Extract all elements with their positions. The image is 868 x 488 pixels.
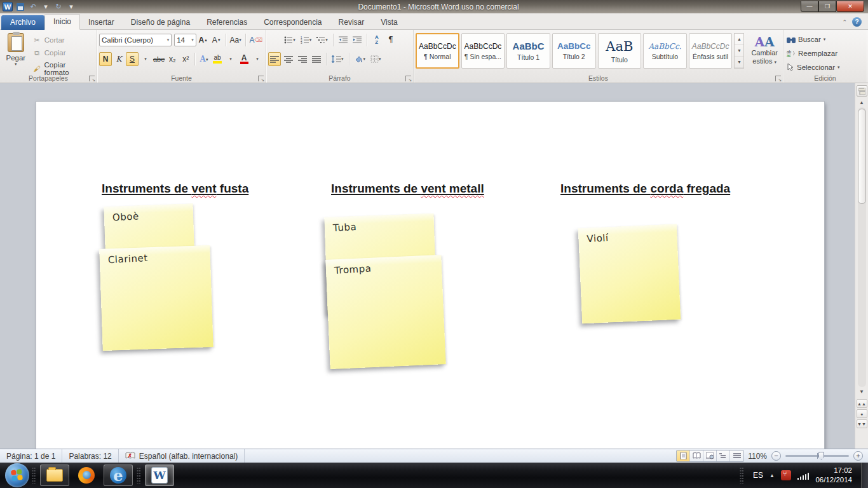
shading-button[interactable]: ▾	[353, 52, 368, 66]
minimize-button[interactable]: —	[801, 1, 818, 12]
previous-page-button[interactable]: ▲▲	[857, 399, 867, 408]
style-sin-espaciado[interactable]: AaBbCcDc¶ Sin espa...	[461, 33, 505, 69]
scrollbar-thumb[interactable]	[858, 109, 866, 204]
zoom-out-button[interactable]: −	[771, 451, 781, 461]
scroll-up-arrow[interactable]: ▲	[857, 98, 867, 107]
power-plug-icon[interactable]	[781, 470, 791, 480]
next-page-button[interactable]: ▼▼	[857, 419, 867, 428]
taskbar-firefox-button[interactable]	[72, 464, 101, 486]
language-indicator[interactable]: ES	[753, 471, 763, 480]
taskbar-explorer-button[interactable]	[40, 464, 69, 486]
tab-diseno[interactable]: Diseño de página	[123, 15, 198, 30]
view-fullscreen-reading[interactable]	[690, 451, 703, 461]
shrink-font-button[interactable]: A▼	[210, 33, 223, 47]
italic-button[interactable]: K	[112, 52, 125, 66]
heading-vent-fusta[interactable]: Instruments de vent fusta	[102, 182, 248, 196]
strikethrough-button[interactable]: abe	[153, 52, 165, 66]
font-color-dropdown[interactable]: ▾	[251, 52, 264, 66]
page-indicator[interactable]: Página: 1 de 1	[0, 449, 62, 463]
tab-archivo[interactable]: Archivo	[1, 15, 44, 30]
align-center-button[interactable]	[282, 52, 295, 66]
show-desktop-button[interactable]	[861, 463, 868, 488]
vertical-scrollbar[interactable]: ▲ ▼ ▲▲ ● ▼▼	[855, 83, 868, 449]
style-normal[interactable]: AaBbCcDc¶ Normal	[416, 33, 459, 69]
tab-referencias[interactable]: Referencias	[198, 15, 255, 30]
undo-dropdown[interactable]: ▾	[41, 2, 51, 11]
style-enfasis-sutil[interactable]: AaBbCcDcÉnfasis sutil	[689, 33, 733, 69]
qat-customize-button[interactable]: ▾	[66, 2, 76, 11]
ruler-toggle-button[interactable]	[857, 85, 867, 97]
undo-button[interactable]: ↶	[28, 2, 38, 11]
font-family-combo[interactable]: Calibri (Cuerpo)▾	[99, 34, 172, 46]
view-outline[interactable]	[717, 451, 730, 461]
clipboard-dialog-launcher[interactable]	[89, 76, 95, 81]
copy-button[interactable]: ⧉Copiar	[30, 47, 95, 58]
borders-button[interactable]: ▾	[369, 52, 383, 66]
tray-expand-icon[interactable]: ▲	[770, 473, 775, 478]
font-size-combo[interactable]: 14▾	[174, 34, 196, 46]
styles-gallery-scroll[interactable]: ▲▼▼	[734, 33, 744, 69]
paragraph-dialog-launcher[interactable]	[405, 76, 411, 81]
decrease-indent-button[interactable]	[337, 33, 349, 47]
view-web-layout[interactable]	[703, 451, 717, 461]
highlight-button[interactable]: ab	[211, 52, 224, 66]
find-button[interactable]: Buscar▾	[785, 33, 865, 46]
line-spacing-button[interactable]: ▾	[330, 52, 346, 66]
scrollbar-track[interactable]	[858, 107, 866, 387]
style-titulo[interactable]: AaBTítulo	[598, 33, 642, 69]
select-button[interactable]: Seleccionar▾	[785, 61, 865, 74]
bullets-button[interactable]: ▾	[282, 33, 297, 47]
tab-revisar[interactable]: Revisar	[330, 15, 373, 30]
show-marks-button[interactable]: ¶	[384, 33, 397, 47]
change-styles-button[interactable]: AA Cambiar estilos ▾	[748, 33, 781, 72]
style-subtitulo[interactable]: AaBbCc.Subtítulo	[643, 33, 687, 69]
heading-vent-metall[interactable]: Instruments de vent metall	[331, 182, 484, 196]
clear-formatting-button[interactable]: A⌫	[248, 33, 264, 47]
network-signal-icon[interactable]	[797, 471, 810, 480]
bold-button[interactable]: N	[99, 52, 112, 66]
underline-button[interactable]: S	[126, 52, 139, 66]
grow-font-button[interactable]: A▲	[197, 33, 210, 47]
close-button[interactable]: ✕	[836, 1, 864, 12]
paste-button[interactable]: Pegar ▾	[2, 32, 30, 71]
document-area[interactable]: Instruments de vent fusta Instruments de…	[0, 83, 855, 449]
align-left-button[interactable]	[268, 52, 281, 66]
tab-inicio[interactable]: Inicio	[44, 14, 80, 30]
tab-insertar[interactable]: Insertar	[80, 15, 123, 30]
tab-correspondencia[interactable]: Correspondencia	[255, 15, 330, 30]
help-icon[interactable]: ?	[852, 17, 862, 27]
align-right-button[interactable]	[296, 52, 309, 66]
style-titulo2[interactable]: AaBbCcTítulo 2	[552, 33, 596, 69]
styles-dialog-launcher[interactable]	[775, 76, 781, 81]
underline-dropdown[interactable]: ▾	[139, 52, 152, 66]
highlight-dropdown[interactable]: ▾	[224, 52, 237, 66]
sticky-note-clarinet[interactable]: Clarinet	[99, 245, 213, 351]
sticky-note-violi[interactable]: Violí	[578, 224, 681, 324]
cut-button[interactable]: ✂Cortar	[30, 34, 95, 46]
font-color-button[interactable]: A	[238, 52, 250, 66]
heading-corda-fregada[interactable]: Instruments de corda fregada	[560, 182, 730, 196]
view-print-layout[interactable]	[677, 451, 690, 461]
zoom-slider-thumb[interactable]	[818, 452, 824, 460]
increase-indent-button[interactable]	[351, 33, 363, 47]
justify-button[interactable]	[310, 52, 323, 66]
sort-button[interactable]: AZ	[370, 33, 383, 47]
redo-button[interactable]: ↻	[53, 2, 64, 11]
restore-button[interactable]: ❐	[818, 1, 836, 12]
numbering-button[interactable]: 123▾	[299, 33, 314, 47]
replace-button[interactable]: abac Reemplazar	[785, 47, 865, 60]
word-count[interactable]: Palabras: 12	[62, 449, 118, 463]
select-browse-object-button[interactable]: ●	[857, 409, 867, 418]
proofing-status[interactable]: ✗ Español (alfab. internacional)	[119, 449, 245, 463]
sticky-note-trompa[interactable]: Trompa	[325, 255, 445, 369]
tab-vista[interactable]: Vista	[372, 15, 405, 30]
style-titulo1[interactable]: AaBbCTítulo 1	[506, 33, 550, 69]
superscript-button[interactable]: x²	[179, 52, 192, 66]
minimize-ribbon-icon[interactable]: ⌃	[842, 19, 847, 25]
taskbar-ie-button[interactable]: e	[104, 464, 133, 486]
start-button[interactable]	[5, 463, 29, 487]
save-button[interactable]	[15, 2, 25, 11]
clock[interactable]: 17:02 06/12/2014	[815, 466, 855, 485]
scroll-down-arrow[interactable]: ▼	[857, 387, 867, 396]
multilevel-list-button[interactable]: ▾	[315, 33, 330, 47]
